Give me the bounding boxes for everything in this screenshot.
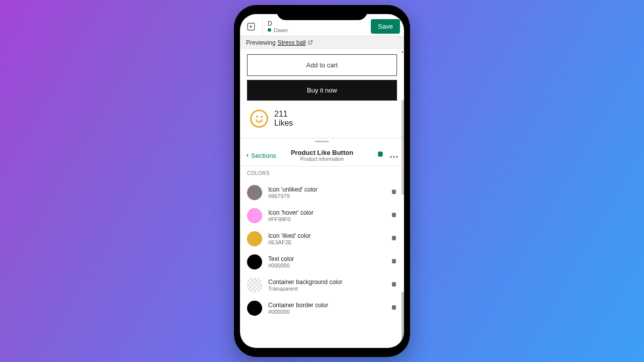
color-value: #FF98F0: [268, 216, 385, 222]
product-link[interactable]: Stress ball: [278, 39, 306, 46]
preview-bar: Previewing Stress ball: [240, 36, 404, 49]
color-label: Icon 'unliked' color: [268, 186, 385, 193]
exit-icon[interactable]: [240, 22, 262, 31]
color-info: Icon 'unliked' color#867979: [268, 186, 385, 199]
svg-point-3: [390, 156, 391, 157]
svg-line-1: [310, 40, 312, 43]
likes-label: Likes: [274, 119, 293, 128]
scrollbar-thumb-panel[interactable]: [401, 292, 404, 342]
colors-heading: COLORS: [247, 170, 397, 176]
color-swatch: [247, 254, 262, 269]
sections-back-button[interactable]: Sections: [245, 152, 276, 159]
screen: D Dawn Save Previewing Stress ball: [240, 14, 404, 348]
color-value: #867979: [268, 193, 385, 199]
color-info: Text color#000000: [268, 255, 385, 268]
color-value: #000000: [268, 262, 385, 268]
panel-header: Sections Product Like Button Product inf…: [240, 145, 404, 166]
external-link-icon[interactable]: [308, 39, 313, 46]
color-value: #000000: [268, 309, 385, 315]
database-icon[interactable]: [391, 211, 397, 220]
database-icon[interactable]: [391, 188, 397, 197]
phone-notch: [277, 5, 367, 20]
panel-actions: [377, 151, 398, 160]
color-label: Icon 'hover' color: [268, 209, 385, 216]
panel-drag-handle[interactable]: [240, 138, 404, 145]
add-to-cart-button[interactable]: Add to cart: [247, 54, 397, 76]
database-icon[interactable]: [377, 151, 384, 160]
color-row[interactable]: Container border color#000000: [247, 297, 397, 320]
theme-name: Dawn: [274, 27, 288, 33]
preview-area: ▲ Add to cart Buy it now 211 Likes: [240, 49, 404, 138]
color-info: Icon 'liked' color#E3AF2E: [268, 232, 385, 245]
color-swatch: [247, 301, 262, 316]
buy-now-button[interactable]: Buy it now: [247, 80, 397, 101]
color-info: Container border color#000000: [268, 302, 385, 315]
title-text: D: [268, 20, 362, 27]
color-row[interactable]: Icon 'hover' color#FF98F0: [247, 204, 397, 227]
likes-widget[interactable]: 211 Likes: [247, 101, 397, 133]
more-icon[interactable]: [390, 151, 398, 160]
color-label: Container background color: [268, 279, 385, 286]
smiley-icon: [250, 110, 268, 128]
previewing-label: Previewing: [246, 39, 276, 46]
color-swatch: [247, 208, 262, 223]
color-info: Icon 'hover' color#FF98F0: [268, 209, 385, 222]
color-row[interactable]: Icon 'liked' color#E3AF2E: [247, 227, 397, 250]
color-row[interactable]: Text color#000000: [247, 250, 397, 274]
color-swatch: [247, 231, 262, 246]
database-icon[interactable]: [391, 234, 397, 243]
color-value: Transparent: [268, 286, 385, 292]
colors-section: COLORS Icon 'unliked' color#867979Icon '…: [240, 166, 404, 348]
color-value: #E3AF2E: [268, 239, 385, 245]
status-dot-icon: [268, 28, 271, 32]
color-info: Container background colorTransparent: [268, 279, 385, 292]
database-icon[interactable]: [391, 281, 397, 290]
scroll-arrow-up-icon[interactable]: ▲: [400, 49, 404, 54]
svg-point-4: [393, 156, 394, 157]
save-button[interactable]: Save: [371, 19, 400, 34]
color-label: Container border color: [268, 302, 385, 309]
color-label: Icon 'liked' color: [268, 232, 385, 239]
likes-count: 211: [274, 110, 293, 119]
color-row[interactable]: Icon 'unliked' color#867979: [247, 181, 397, 204]
color-label: Text color: [268, 255, 385, 262]
phone-frame: D Dawn Save Previewing Stress ball: [234, 5, 410, 357]
chevron-left-icon: [245, 153, 250, 158]
color-swatch: [247, 185, 262, 200]
database-icon[interactable]: [391, 257, 397, 266]
color-swatch: [247, 278, 262, 293]
svg-point-5: [396, 156, 397, 157]
database-icon[interactable]: [391, 304, 397, 313]
color-row[interactable]: Container background colorTransparent: [247, 274, 397, 297]
likes-text: 211 Likes: [274, 110, 293, 128]
